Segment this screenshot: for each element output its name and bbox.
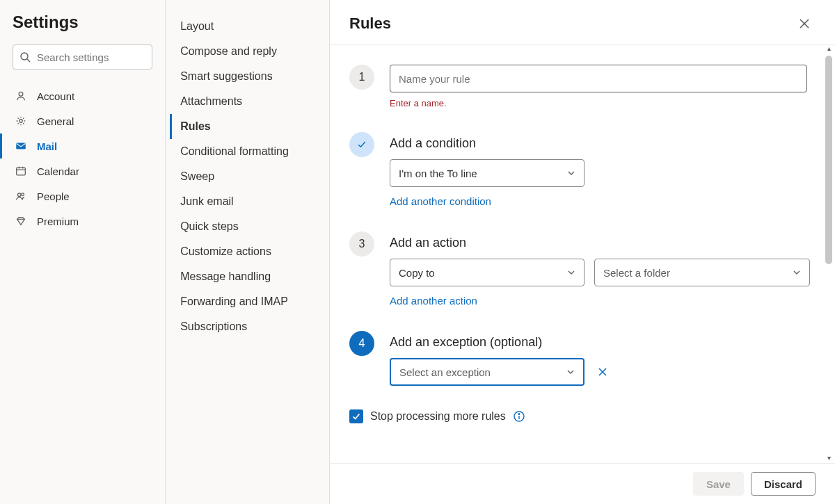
svg-line-1 [27,59,30,62]
settings-sidebar: Settings Account General [0,0,165,504]
people-icon [15,190,27,202]
nav-item-calendar[interactable]: Calendar [0,158,152,184]
svg-point-10 [22,193,24,196]
step-exception: 4 Add an exception (optional) Select an … [349,331,810,386]
rules-title: Rules [349,15,391,33]
nav-label: Premium [37,216,79,227]
folder-dropdown-placeholder: Select a folder [603,267,670,279]
search-input[interactable] [13,44,152,70]
add-action-link[interactable]: Add another action [390,295,477,307]
svg-rect-5 [17,168,26,175]
discard-button[interactable]: Discard [751,472,816,496]
nav-item-account[interactable]: Account [0,83,152,108]
mail-section-junk-email[interactable]: Junk email [170,189,325,214]
mail-section-sweep[interactable]: Sweep [170,164,325,189]
exception-dropdown[interactable]: Select an exception [390,358,584,386]
rules-body: 1 Enter a name. Add a condition I'm on t… [330,45,835,463]
nav-label: Mail [37,140,57,152]
info-icon[interactable] [513,410,525,423]
step-badge-2-check [349,132,374,157]
person-icon [15,90,27,102]
search-box[interactable] [13,44,152,70]
mail-section-quick-steps[interactable]: Quick steps [170,214,325,239]
action-dropdown[interactable]: Copy to [390,259,584,286]
step-badge-4: 4 [349,331,374,356]
scroll-up-arrow[interactable]: ▴ [824,43,834,53]
step-badge-1: 1 [349,65,374,90]
remove-exception-button[interactable] [594,364,611,380]
scroll-thumb[interactable] [825,56,832,264]
chevron-down-icon [567,169,575,177]
nav-label: People [37,190,70,202]
diamond-icon [15,215,27,227]
step-action: 3 Add an action Copy to Select a folder [349,231,810,307]
nav-item-people[interactable]: People [0,184,152,209]
add-condition-link[interactable]: Add another condition [390,195,491,207]
nav-item-premium[interactable]: Premium [0,209,152,234]
svg-point-3 [19,120,23,123]
mail-section-attachments[interactable]: Attachments [170,89,325,114]
action-title: Add an action [390,236,810,250]
condition-dropdown[interactable]: I'm on the To line [390,159,584,187]
settings-nav: Account General Mail [13,83,152,234]
folder-dropdown[interactable]: Select a folder [594,259,810,286]
mail-section-layout[interactable]: Layout [170,14,325,39]
nav-label: General [37,115,74,127]
svg-point-18 [518,414,520,415]
step-name: 1 Enter a name. [349,65,810,108]
condition-dropdown-value: I'm on the To line [399,168,477,179]
svg-point-0 [21,53,28,60]
save-button[interactable]: Save [693,472,744,496]
mail-icon [15,140,27,152]
mail-section-list: LayoutCompose and replySmart suggestions… [170,14,325,339]
rule-name-input[interactable] [390,65,807,92]
condition-title: Add a condition [390,136,810,151]
mail-sections: LayoutCompose and replySmart suggestions… [165,0,330,504]
nav-label: Account [37,90,74,102]
exception-dropdown-placeholder: Select an exception [399,366,491,378]
mail-section-message-handling[interactable]: Message handling [170,264,325,289]
svg-point-9 [18,193,22,197]
mail-section-forwarding-and-imap[interactable]: Forwarding and IMAP [170,289,325,314]
scrollbar[interactable]: ▴ ▾ [824,44,834,461]
mail-section-customize-actions[interactable]: Customize actions [170,239,325,264]
step-badge-3: 3 [349,231,374,257]
stop-processing-checkbox[interactable] [349,409,363,423]
nav-item-general[interactable]: General [0,108,152,133]
close-button[interactable] [793,13,816,35]
mail-section-rules[interactable]: Rules [170,114,325,139]
chevron-down-icon [566,368,575,376]
mail-section-smart-suggestions[interactable]: Smart suggestions [170,64,325,89]
rules-footer: Save Discard [330,463,835,504]
mail-section-compose-and-reply[interactable]: Compose and reply [170,39,325,64]
search-icon [19,51,31,63]
rules-header: Rules [330,0,835,45]
settings-title: Settings [13,13,152,32]
nav-item-mail[interactable]: Mail [0,133,152,158]
rule-name-error: Enter a name. [390,98,810,108]
chevron-down-icon [793,268,801,277]
scroll-down-arrow[interactable]: ▾ [824,453,834,462]
stop-processing-row: Stop processing more rules [349,409,810,423]
exception-title: Add an exception (optional) [390,335,810,350]
nav-label: Calendar [37,165,79,177]
stop-processing-label: Stop processing more rules [370,410,506,423]
action-dropdown-value: Copy to [399,267,435,279]
gear-icon [15,115,27,127]
step-condition: Add a condition I'm on the To line Add a… [349,132,810,208]
svg-point-2 [19,92,23,96]
mail-section-subscriptions[interactable]: Subscriptions [170,314,325,339]
calendar-icon [15,165,27,177]
rules-panel: Rules 1 Enter a name. Add a condition [330,0,835,504]
mail-section-conditional-formatting[interactable]: Conditional formatting [170,139,325,164]
chevron-down-icon [567,268,575,277]
